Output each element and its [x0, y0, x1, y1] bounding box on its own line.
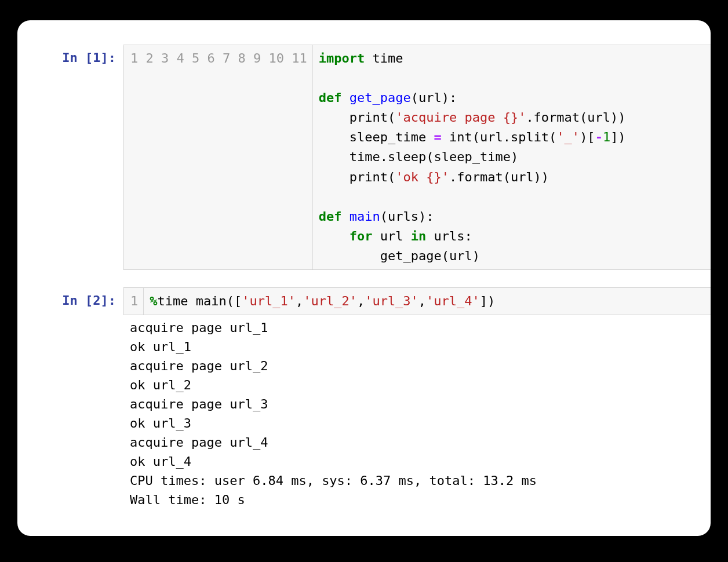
line-number-gutter: 1	[123, 288, 144, 315]
cell-prompt: In [2]:	[17, 287, 123, 309]
code-content[interactable]: %time main(['url_1','url_2','url_3','url…	[144, 288, 501, 315]
code-editor[interactable]: 1 2 3 4 5 6 7 8 9 10 11 import time def …	[123, 45, 711, 270]
output-cell: acquire page url_1 ok url_1 acquire page…	[17, 316, 711, 513]
code-content[interactable]: import time def get_page(url): print('ac…	[313, 45, 632, 269]
cell-prompt: In [1]:	[17, 45, 123, 67]
code-cell-1: In [1]: 1 2 3 4 5 6 7 8 9 10 11 import t…	[17, 45, 711, 270]
output-prompt	[17, 316, 123, 322]
code-cell-2: In [2]: 1 %time main(['url_1','url_2','u…	[17, 287, 711, 315]
code-editor[interactable]: 1 %time main(['url_1','url_2','url_3','u…	[123, 287, 711, 315]
notebook: In [1]: 1 2 3 4 5 6 7 8 9 10 11 import t…	[17, 20, 711, 536]
line-number-gutter: 1 2 3 4 5 6 7 8 9 10 11	[123, 45, 313, 269]
stdout-output: acquire page url_1 ok url_1 acquire page…	[123, 316, 711, 513]
